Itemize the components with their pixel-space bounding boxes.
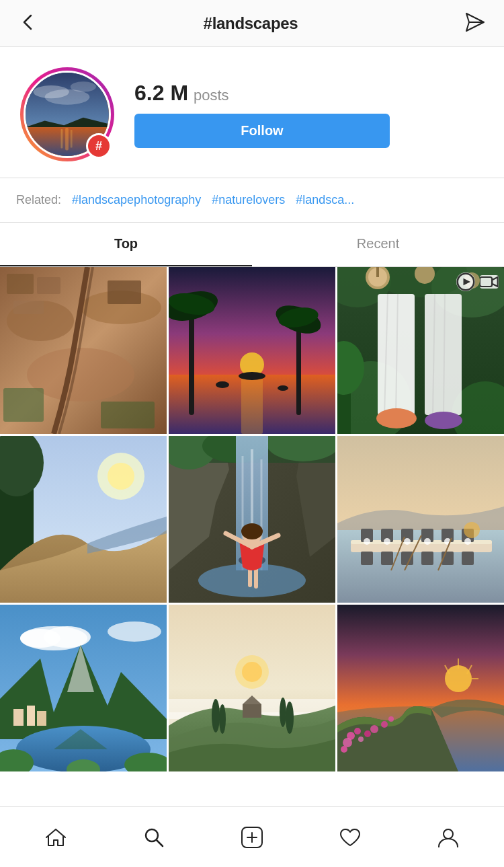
nav-add[interactable]: [232, 817, 272, 858]
svg-rect-98: [462, 552, 474, 565]
related-tag-2[interactable]: #naturelovers: [212, 193, 285, 207]
svg-point-134: [286, 702, 294, 734]
page-title: #landscapes: [204, 14, 298, 33]
back-button[interactable]: [16, 11, 39, 36]
svg-point-51: [376, 408, 417, 428]
grid-item-7[interactable]: [0, 605, 167, 771]
svg-point-146: [381, 721, 388, 728]
svg-point-126: [242, 662, 262, 682]
avatar-wrap: #: [20, 67, 114, 161]
video-camera-icon: [480, 275, 499, 289]
nav-search[interactable]: [134, 817, 174, 858]
svg-point-101: [404, 538, 411, 545]
svg-point-136: [445, 665, 472, 692]
svg-rect-129: [243, 704, 261, 718]
svg-marker-56: [464, 278, 471, 286]
video-badge: [456, 272, 499, 291]
svg-rect-94: [381, 552, 393, 565]
svg-rect-17: [108, 280, 141, 304]
svg-point-25: [239, 372, 265, 380]
svg-rect-9: [65, 128, 69, 150]
svg-rect-78: [254, 567, 258, 589]
bottom-nav: [0, 806, 504, 867]
grid-item-6[interactable]: [337, 436, 504, 603]
svg-rect-96: [421, 552, 433, 565]
grid-item-3[interactable]: [337, 267, 504, 434]
svg-rect-57: [480, 277, 492, 287]
grid-item-4[interactable]: [0, 436, 167, 603]
svg-point-102: [424, 538, 431, 545]
svg-point-61: [108, 463, 134, 490]
svg-rect-24: [241, 375, 263, 434]
grid-item-9[interactable]: [337, 605, 504, 771]
grid-item-2[interactable]: [169, 267, 335, 434]
svg-point-100: [384, 538, 390, 545]
svg-rect-16: [37, 277, 60, 294]
follow-button[interactable]: Follow: [134, 114, 390, 148]
svg-line-151: [157, 840, 163, 846]
svg-point-142: [354, 728, 361, 734]
svg-point-132: [219, 704, 226, 734]
nav-home[interactable]: [36, 817, 76, 858]
svg-point-52: [425, 412, 462, 429]
nav-heart[interactable]: [330, 817, 370, 858]
related-tag-1[interactable]: #landscapephotography: [72, 193, 201, 207]
svg-rect-93: [361, 552, 373, 565]
svg-point-144: [364, 730, 371, 737]
nav-profile[interactable]: [428, 817, 468, 858]
svg-point-82: [241, 523, 263, 539]
send-button[interactable]: [462, 9, 488, 37]
svg-rect-18: [13, 301, 44, 314]
related-label: Related:: [16, 193, 61, 207]
svg-point-113: [108, 621, 161, 642]
svg-rect-117: [27, 706, 35, 726]
svg-point-143: [343, 738, 352, 747]
svg-rect-15: [7, 274, 34, 294]
svg-rect-20: [101, 402, 155, 428]
grid-item-8[interactable]: [169, 605, 335, 771]
svg-rect-116: [13, 709, 24, 726]
svg-point-5: [45, 89, 90, 105]
posts-count: 6.2 M posts: [134, 81, 229, 106]
grid-item-1[interactable]: [0, 267, 167, 434]
header: #landscapes: [0, 0, 504, 47]
svg-point-131: [212, 699, 220, 732]
svg-point-104: [464, 538, 471, 545]
svg-point-99: [364, 538, 370, 545]
related-section: Related: #landscapephotography #naturelo…: [0, 178, 504, 223]
related-tags: #landscapephotography #naturelovers #lan…: [72, 193, 354, 207]
tabs: Top Recent: [0, 223, 504, 267]
hashtag-badge: #: [86, 133, 112, 159]
svg-rect-95: [401, 552, 413, 565]
svg-point-148: [358, 737, 364, 742]
svg-point-147: [388, 716, 394, 722]
posts-label: posts: [194, 87, 229, 104]
svg-point-33: [278, 385, 288, 391]
profile-section: # 6.2 M posts Follow: [0, 47, 504, 178]
svg-marker-58: [492, 277, 497, 287]
svg-point-112: [44, 626, 91, 648]
svg-rect-19: [3, 388, 44, 422]
hashtag-symbol: #: [95, 140, 102, 152]
svg-point-155: [444, 829, 453, 839]
tab-recent[interactable]: Recent: [252, 223, 504, 266]
video-icon: [456, 272, 475, 291]
svg-point-108: [464, 522, 480, 538]
svg-rect-26: [189, 307, 194, 415]
svg-point-32: [216, 381, 229, 388]
related-tag-3[interactable]: #landsca...: [296, 193, 354, 207]
svg-rect-10: [71, 130, 73, 148]
svg-rect-8: [60, 129, 62, 149]
svg-point-133: [280, 698, 286, 727]
tab-top[interactable]: Top: [0, 223, 252, 266]
profile-info: 6.2 M posts Follow: [134, 81, 484, 148]
svg-point-149: [341, 746, 347, 753]
posts-number: 6.2 M: [134, 81, 188, 106]
photo-grid: [0, 267, 504, 771]
svg-rect-118: [37, 711, 46, 726]
svg-point-145: [370, 725, 378, 733]
svg-rect-29: [296, 321, 301, 415]
svg-rect-42: [376, 267, 379, 277]
grid-item-5[interactable]: [169, 436, 335, 603]
